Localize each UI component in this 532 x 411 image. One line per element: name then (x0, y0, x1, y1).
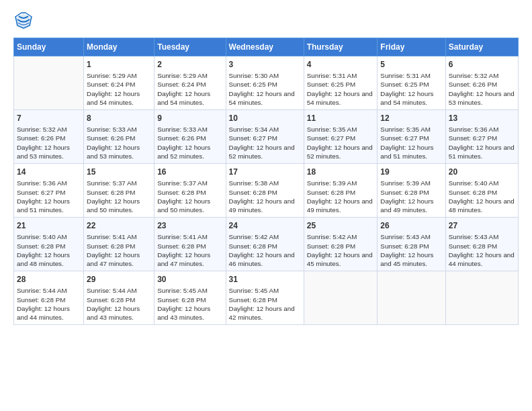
calendar-cell (14, 56, 84, 110)
calendar-cell: 30Sunrise: 5:45 AM Sunset: 6:28 PM Dayli… (154, 271, 226, 325)
day-number: 23 (157, 220, 222, 231)
calendar-week-row: 1Sunrise: 5:29 AM Sunset: 6:24 PM Daylig… (14, 56, 519, 110)
calendar-cell: 5Sunrise: 5:31 AM Sunset: 6:25 PM Daylig… (378, 56, 445, 110)
day-detail: Sunrise: 5:35 AM Sunset: 6:27 PM Dayligh… (380, 125, 442, 161)
weekday-header-friday: Friday (378, 38, 445, 56)
day-detail: Sunrise: 5:43 AM Sunset: 6:28 PM Dayligh… (380, 232, 442, 268)
logo (13, 11, 36, 31)
day-detail: Sunrise: 5:40 AM Sunset: 6:28 PM Dayligh… (17, 232, 81, 268)
day-number: 28 (17, 274, 81, 285)
calendar-cell: 18Sunrise: 5:39 AM Sunset: 6:28 PM Dayli… (304, 164, 378, 218)
calendar-cell: 1Sunrise: 5:29 AM Sunset: 6:24 PM Daylig… (84, 56, 154, 110)
calendar-cell: 28Sunrise: 5:44 AM Sunset: 6:28 PM Dayli… (14, 271, 84, 325)
day-detail: Sunrise: 5:29 AM Sunset: 6:24 PM Dayligh… (157, 71, 222, 107)
weekday-header-sunday: Sunday (14, 38, 84, 56)
day-detail: Sunrise: 5:34 AM Sunset: 6:27 PM Dayligh… (229, 125, 301, 161)
page: SundayMondayTuesdayWednesdayThursdayFrid… (0, 0, 532, 411)
calendar-cell (304, 271, 378, 325)
day-number: 3 (229, 59, 301, 70)
calendar-cell: 29Sunrise: 5:44 AM Sunset: 6:28 PM Dayli… (84, 271, 154, 325)
day-number: 27 (449, 220, 515, 231)
calendar-table: SundayMondayTuesdayWednesdayThursdayFrid… (13, 38, 519, 325)
day-number: 25 (307, 220, 375, 231)
day-detail: Sunrise: 5:40 AM Sunset: 6:28 PM Dayligh… (449, 179, 515, 214)
calendar-week-row: 7Sunrise: 5:32 AM Sunset: 6:26 PM Daylig… (14, 110, 519, 164)
day-number: 16 (157, 167, 222, 177)
day-detail: Sunrise: 5:45 AM Sunset: 6:28 PM Dayligh… (157, 286, 222, 322)
weekday-header-tuesday: Tuesday (154, 38, 226, 56)
day-detail: Sunrise: 5:37 AM Sunset: 6:28 PM Dayligh… (157, 179, 222, 214)
day-number: 18 (307, 167, 375, 177)
day-number: 13 (449, 113, 515, 124)
day-number: 29 (87, 274, 151, 285)
calendar-cell: 7Sunrise: 5:32 AM Sunset: 6:26 PM Daylig… (14, 110, 84, 164)
day-detail: Sunrise: 5:33 AM Sunset: 6:26 PM Dayligh… (157, 125, 222, 161)
day-number: 24 (229, 220, 301, 231)
day-number: 15 (87, 167, 151, 177)
day-number: 9 (157, 113, 222, 124)
day-detail: Sunrise: 5:36 AM Sunset: 6:27 PM Dayligh… (17, 179, 81, 214)
day-number: 4 (307, 59, 375, 70)
calendar-cell: 8Sunrise: 5:33 AM Sunset: 6:26 PM Daylig… (84, 110, 154, 164)
day-number: 19 (380, 167, 442, 177)
day-number: 20 (449, 167, 515, 177)
day-number: 30 (157, 274, 222, 285)
day-number: 14 (17, 167, 81, 177)
calendar-cell: 4Sunrise: 5:31 AM Sunset: 6:25 PM Daylig… (304, 56, 378, 110)
calendar-cell: 9Sunrise: 5:33 AM Sunset: 6:26 PM Daylig… (154, 110, 226, 164)
calendar-cell: 24Sunrise: 5:42 AM Sunset: 6:28 PM Dayli… (226, 218, 304, 271)
day-detail: Sunrise: 5:35 AM Sunset: 6:27 PM Dayligh… (307, 125, 375, 161)
day-number: 10 (229, 113, 301, 124)
weekday-header-row: SundayMondayTuesdayWednesdayThursdayFrid… (14, 38, 519, 56)
day-number: 31 (229, 274, 301, 285)
day-number: 12 (380, 113, 442, 124)
weekday-header-wednesday: Wednesday (226, 38, 304, 56)
day-number: 7 (17, 113, 81, 124)
calendar-cell (445, 271, 518, 325)
calendar-cell: 10Sunrise: 5:34 AM Sunset: 6:27 PM Dayli… (226, 110, 304, 164)
day-number: 6 (449, 59, 515, 70)
day-number: 8 (87, 113, 151, 124)
header (13, 11, 519, 31)
calendar-cell: 25Sunrise: 5:42 AM Sunset: 6:28 PM Dayli… (304, 218, 378, 271)
calendar-cell: 15Sunrise: 5:37 AM Sunset: 6:28 PM Dayli… (84, 164, 154, 218)
day-detail: Sunrise: 5:32 AM Sunset: 6:26 PM Dayligh… (17, 125, 81, 161)
day-detail: Sunrise: 5:41 AM Sunset: 6:28 PM Dayligh… (157, 232, 222, 268)
calendar-cell: 31Sunrise: 5:45 AM Sunset: 6:28 PM Dayli… (226, 271, 304, 325)
day-number: 1 (87, 59, 151, 70)
day-detail: Sunrise: 5:39 AM Sunset: 6:28 PM Dayligh… (380, 179, 442, 214)
calendar-cell: 26Sunrise: 5:43 AM Sunset: 6:28 PM Dayli… (378, 218, 445, 271)
day-number: 17 (229, 167, 301, 177)
day-detail: Sunrise: 5:42 AM Sunset: 6:28 PM Dayligh… (229, 232, 301, 268)
day-number: 26 (380, 220, 442, 231)
day-number: 21 (17, 220, 81, 231)
calendar-cell: 19Sunrise: 5:39 AM Sunset: 6:28 PM Dayli… (378, 164, 445, 218)
day-detail: Sunrise: 5:31 AM Sunset: 6:25 PM Dayligh… (380, 71, 442, 107)
calendar-cell: 27Sunrise: 5:43 AM Sunset: 6:28 PM Dayli… (445, 218, 518, 271)
day-detail: Sunrise: 5:39 AM Sunset: 6:28 PM Dayligh… (307, 179, 375, 214)
weekday-header-thursday: Thursday (304, 38, 378, 56)
day-detail: Sunrise: 5:44 AM Sunset: 6:28 PM Dayligh… (87, 286, 151, 322)
calendar-cell: 3Sunrise: 5:30 AM Sunset: 6:25 PM Daylig… (226, 56, 304, 110)
calendar-cell: 17Sunrise: 5:38 AM Sunset: 6:28 PM Dayli… (226, 164, 304, 218)
calendar-week-row: 21Sunrise: 5:40 AM Sunset: 6:28 PM Dayli… (14, 218, 519, 271)
day-number: 22 (87, 220, 151, 231)
day-detail: Sunrise: 5:44 AM Sunset: 6:28 PM Dayligh… (17, 286, 81, 322)
day-detail: Sunrise: 5:33 AM Sunset: 6:26 PM Dayligh… (87, 125, 151, 161)
weekday-header-saturday: Saturday (445, 38, 518, 56)
day-detail: Sunrise: 5:41 AM Sunset: 6:28 PM Dayligh… (87, 232, 151, 268)
calendar-cell: 16Sunrise: 5:37 AM Sunset: 6:28 PM Dayli… (154, 164, 226, 218)
weekday-header-monday: Monday (84, 38, 154, 56)
calendar-cell: 23Sunrise: 5:41 AM Sunset: 6:28 PM Dayli… (154, 218, 226, 271)
day-detail: Sunrise: 5:42 AM Sunset: 6:28 PM Dayligh… (307, 232, 375, 268)
calendar-cell: 13Sunrise: 5:36 AM Sunset: 6:27 PM Dayli… (445, 110, 518, 164)
day-number: 11 (307, 113, 375, 124)
day-detail: Sunrise: 5:30 AM Sunset: 6:25 PM Dayligh… (229, 71, 301, 107)
calendar-week-row: 14Sunrise: 5:36 AM Sunset: 6:27 PM Dayli… (14, 164, 519, 218)
calendar-cell: 6Sunrise: 5:32 AM Sunset: 6:26 PM Daylig… (445, 56, 518, 110)
logo-icon (13, 11, 34, 31)
calendar-cell (378, 271, 445, 325)
day-number: 5 (380, 59, 442, 70)
day-detail: Sunrise: 5:29 AM Sunset: 6:24 PM Dayligh… (87, 71, 151, 107)
calendar-cell: 22Sunrise: 5:41 AM Sunset: 6:28 PM Dayli… (84, 218, 154, 271)
